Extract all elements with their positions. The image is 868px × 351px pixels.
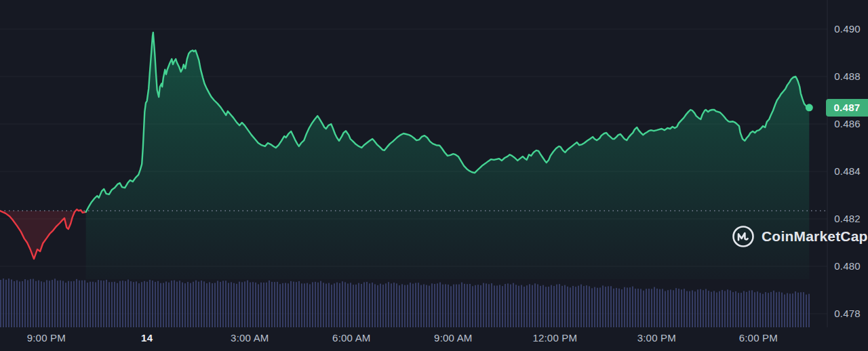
price-volume-chart[interactable] — [0, 0, 868, 351]
price-tick-label: 0.490 — [828, 23, 867, 35]
price-tick-label: 0.486 — [828, 118, 867, 129]
current-price-label: 0.487 — [833, 102, 860, 113]
price-tick-label: 0.480 — [828, 260, 867, 272]
time-tick-label: 6:00 AM — [332, 332, 370, 344]
time-tick-label: 3:00 PM — [637, 332, 676, 344]
current-price-badge: 0.487 — [826, 99, 868, 117]
time-tick-label: 9:00 AM — [434, 332, 472, 344]
chart-widget: 0.4900.4880.4860.4840.4820.4800.478 9:00… — [0, 0, 868, 351]
price-tick-label: 0.484 — [828, 165, 867, 177]
coinmarketcap-wordmark: CoinMarketCap — [762, 228, 868, 245]
price-tick-label: 0.478 — [828, 308, 867, 319]
coinmarketcap-icon — [731, 224, 755, 249]
time-tick-label: 6:00 PM — [739, 332, 778, 344]
coinmarketcap-logo[interactable]: CoinMarketCap — [731, 224, 868, 249]
price-tick-label: 0.482 — [828, 213, 867, 224]
time-tick-label: 3:00 AM — [231, 332, 269, 344]
time-tick-label: 9:00 PM — [27, 332, 66, 344]
time-tick-label: 14 — [141, 332, 153, 344]
time-tick-label: 12:00 PM — [532, 332, 577, 344]
price-tick-label: 0.488 — [828, 70, 867, 82]
